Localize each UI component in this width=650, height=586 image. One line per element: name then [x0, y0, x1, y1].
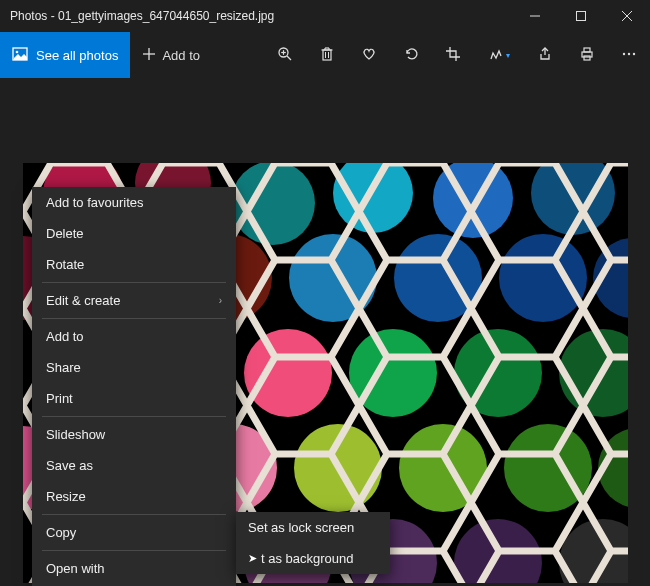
svg-rect-1: [577, 12, 586, 21]
add-to-button[interactable]: Add to: [130, 32, 212, 78]
photos-icon: [12, 46, 28, 65]
more-icon: [621, 46, 637, 65]
menu-label: Rotate: [46, 257, 84, 272]
favourite-button[interactable]: [348, 32, 390, 78]
menu-separator: [42, 416, 226, 417]
menu-copy[interactable]: Copy: [32, 517, 236, 548]
menu-rotate[interactable]: Rotate: [32, 249, 236, 280]
menu-slideshow[interactable]: Slideshow: [32, 419, 236, 450]
svg-point-23: [628, 52, 630, 54]
menu-separator: [42, 514, 226, 515]
zoom-button[interactable]: [264, 32, 306, 78]
menu-separator: [42, 550, 226, 551]
svg-rect-12: [323, 50, 331, 60]
menu-label: Share: [46, 360, 81, 375]
menu-label: Save as: [46, 458, 93, 473]
plus-icon: [142, 47, 156, 64]
submenu-lock-screen[interactable]: Set as lock screen: [236, 512, 390, 543]
chevron-down-icon: ▾: [506, 51, 510, 60]
window-title: Photos - 01_gettyimages_647044650_resize…: [0, 9, 512, 23]
minimize-button[interactable]: [512, 0, 558, 32]
zoom-icon: [277, 46, 293, 65]
see-all-photos-button[interactable]: See all photos: [0, 32, 130, 78]
draw-icon: [488, 46, 504, 65]
share-button[interactable]: [524, 32, 566, 78]
crop-button[interactable]: [432, 32, 474, 78]
see-all-photos-label: See all photos: [36, 48, 118, 63]
menu-label: Delete: [46, 226, 84, 241]
menu-label: Copy: [46, 525, 76, 540]
svg-rect-20: [584, 48, 590, 52]
edit-draw-button[interactable]: ▾: [474, 32, 524, 78]
maximize-button[interactable]: [558, 0, 604, 32]
context-menu: Add to favourites Delete Rotate Edit & c…: [32, 187, 236, 586]
more-button[interactable]: [608, 32, 650, 78]
submenu-label: Set as lock screen: [248, 520, 354, 535]
menu-label: Slideshow: [46, 427, 105, 442]
trash-icon: [319, 46, 335, 65]
print-button[interactable]: [566, 32, 608, 78]
heart-icon: [361, 46, 377, 65]
titlebar: Photos - 01_gettyimages_647044650_resize…: [0, 0, 650, 32]
cursor-icon: ➤: [248, 553, 257, 564]
menu-label: Edit & create: [46, 293, 120, 308]
menu-save-as[interactable]: Save as: [32, 450, 236, 481]
menu-share[interactable]: Share: [32, 352, 236, 383]
submenu-label: t as background: [261, 551, 354, 566]
menu-add-to[interactable]: Add to: [32, 321, 236, 352]
menu-separator: [42, 318, 226, 319]
menu-label: Print: [46, 391, 73, 406]
share-icon: [537, 46, 553, 65]
menu-delete[interactable]: Delete: [32, 218, 236, 249]
chevron-right-icon: ›: [219, 295, 222, 306]
close-button[interactable]: [604, 0, 650, 32]
svg-rect-21: [584, 56, 590, 60]
menu-add-favourites[interactable]: Add to favourites: [32, 187, 236, 218]
rotate-button[interactable]: [390, 32, 432, 78]
menu-print[interactable]: Print: [32, 383, 236, 414]
menu-label: Add to: [46, 329, 84, 344]
svg-point-24: [633, 52, 635, 54]
rotate-icon: [403, 46, 419, 65]
menu-open-with[interactable]: Open with: [32, 553, 236, 584]
submenu-background[interactable]: ➤ t as background: [236, 543, 390, 574]
svg-point-5: [16, 50, 19, 53]
add-to-label: Add to: [162, 48, 200, 63]
menu-label: Open with: [46, 561, 105, 576]
menu-label: Add to favourites: [46, 195, 144, 210]
menu-resize[interactable]: Resize: [32, 481, 236, 512]
menu-label: Resize: [46, 489, 86, 504]
crop-icon: [445, 46, 461, 65]
menu-edit-create[interactable]: Edit & create›: [32, 285, 236, 316]
set-as-submenu: Set as lock screen ➤ t as background: [236, 512, 390, 574]
svg-point-22: [623, 52, 625, 54]
svg-line-9: [287, 56, 291, 60]
menu-separator: [42, 282, 226, 283]
delete-button[interactable]: [306, 32, 348, 78]
print-icon: [579, 46, 595, 65]
toolbar: See all photos Add to ▾: [0, 32, 650, 78]
